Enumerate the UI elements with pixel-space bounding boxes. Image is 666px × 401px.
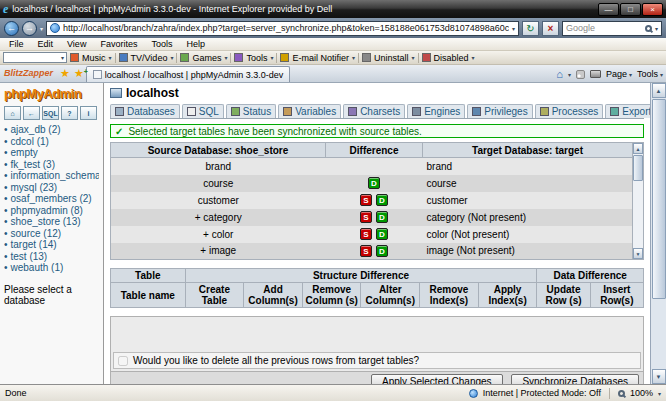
menu-favorites[interactable]: Favorites <box>93 39 144 49</box>
page-menu[interactable]: Page ▾ <box>606 69 632 79</box>
menu-help[interactable]: Help <box>179 39 212 49</box>
toolbar-item-games[interactable]: Games▾ <box>180 53 227 63</box>
db-item-mysql-23[interactable]: •mysql (23) <box>4 182 99 194</box>
add-favorite-button[interactable]: ★ + <box>74 68 84 79</box>
db-item-shoe-store-13[interactable]: •shoe_store (13) <box>4 216 99 228</box>
db-item-empty[interactable]: •empty <box>4 147 99 159</box>
data-diff-badge[interactable]: D <box>368 177 380 189</box>
search-icon[interactable] <box>645 25 652 32</box>
toolbar-item-music[interactable]: Music▾ <box>70 53 112 63</box>
structure-diff-badge[interactable]: S <box>360 228 372 240</box>
pma-docs-icon[interactable]: ? <box>61 106 78 120</box>
db-item-phpmyadmin-8[interactable]: •phpmyadmin (8) <box>4 205 99 217</box>
search-box[interactable]: Google ▾ <box>562 21 662 36</box>
col-header-remove-column-s: Remove Column (s) <box>302 283 361 308</box>
scroll-down-icon[interactable]: ▼ <box>633 248 643 259</box>
home-dropdown-icon[interactable]: ▾ <box>568 71 571 78</box>
db-item-fk-test-3[interactable]: •fk_test (3) <box>4 159 99 171</box>
home-icon[interactable]: ⌂ <box>4 106 21 120</box>
dropdown-icon: ▾ <box>270 54 273 61</box>
url-dropdown-icon[interactable]: ▾ <box>512 25 515 32</box>
page-scroll-up-icon[interactable]: ▲ <box>652 83 666 98</box>
toolbar-separator <box>358 53 359 63</box>
query-window-icon[interactable]: SQL <box>42 106 59 120</box>
db-item-source-12[interactable]: •source (12) <box>4 228 99 240</box>
db-item-information-schema-28[interactable]: •information_schema (28) <box>4 170 99 182</box>
data-diff-badge[interactable]: D <box>376 245 388 257</box>
database-list: •ajax_db (2)•cdcol (1)•empty•fk_test (3)… <box>4 124 99 274</box>
db-name: target (14) <box>11 239 57 250</box>
tab-databases[interactable]: Databases <box>110 104 180 118</box>
bullet-icon: • <box>4 239 8 250</box>
db-item-webauth-1[interactable]: •webauth (1) <box>4 262 99 274</box>
group-header-data-difference: Data Difference <box>537 269 644 283</box>
forward-button[interactable]: → <box>22 21 37 36</box>
minimize-button[interactable]: — <box>598 3 619 16</box>
zoom-dropdown-icon[interactable]: ▾ <box>658 390 661 397</box>
data-diff-badge[interactable]: D <box>376 228 388 240</box>
apply-selected-changes-button[interactable]: Apply Selected Changes <box>371 374 503 384</box>
browser-tab[interactable]: localhost / localhost | phpMyAdmin 3.3.0… <box>86 66 290 82</box>
tools-menu[interactable]: Tools ▾ <box>637 69 663 79</box>
tab-export[interactable]: Export <box>605 104 650 118</box>
stop-button[interactable]: × <box>542 21 559 36</box>
print-button[interactable] <box>590 70 601 78</box>
history-dropdown-icon[interactable]: ▾ <box>40 25 43 32</box>
structure-diff-badge[interactable]: S <box>360 245 372 257</box>
toolbar-separator <box>418 53 419 63</box>
mysql-docs-icon[interactable]: i <box>80 106 97 120</box>
delete-rows-checkbox[interactable] <box>118 356 128 366</box>
menu-file[interactable]: File <box>2 39 31 49</box>
toolbar-item-tv-video[interactable]: TV/Video▾ <box>119 53 174 63</box>
refresh-button[interactable]: ↻ <box>522 21 539 36</box>
feeds-button[interactable] <box>576 70 585 79</box>
db-name: phpmyadmin (8) <box>11 205 83 216</box>
search-dropdown-icon[interactable]: ▾ <box>655 25 658 32</box>
tab-charsets[interactable]: Charsets <box>343 104 405 118</box>
sync-table-scrollbar[interactable]: ▲ ▼ <box>633 142 644 260</box>
toolbar-item-e-mail-notifier[interactable]: E-mail Notifier▾ <box>280 53 355 63</box>
pma-left-frame: phpMyAdmin ⌂ ← SQL ? i •ajax_db (2)•cdco… <box>0 83 104 384</box>
db-item-target-14[interactable]: •target (14) <box>4 239 99 251</box>
db-item-osaf-members-2[interactable]: •osaf_members (2) <box>4 193 99 205</box>
menu-edit[interactable]: Edit <box>31 39 61 49</box>
tv-video-icon <box>119 53 128 62</box>
tab-variables[interactable]: Variables <box>278 104 341 118</box>
synchronize-databases-button[interactable]: Synchronize Databases <box>511 374 639 384</box>
home-button[interactable]: ⌂ <box>556 69 563 79</box>
tab-sql[interactable]: SQL <box>182 104 224 118</box>
toolbar-item-uninstall[interactable]: Uninstall▾ <box>362 53 415 63</box>
favorites-center-button[interactable]: ★ <box>60 68 70 79</box>
tab-processes[interactable]: Processes <box>535 104 604 118</box>
back-button[interactable]: ← <box>4 21 19 36</box>
close-button[interactable]: × <box>642 3 663 16</box>
dropdown-icon: ▾ <box>472 54 475 61</box>
page-scrollbar[interactable]: ▲ ▼ <box>650 83 666 384</box>
maximize-button[interactable]: □ <box>620 3 641 16</box>
toolbar-item-disabled[interactable]: Disabled▾ <box>422 53 475 63</box>
zoom-level[interactable]: 100% <box>630 388 653 398</box>
db-item-ajax-db-2[interactable]: •ajax_db (2) <box>4 124 99 136</box>
pma-logo[interactable]: phpMyAdmin <box>4 86 99 101</box>
data-diff-badge[interactable]: D <box>376 194 388 206</box>
sync-scroll-thumb[interactable] <box>633 155 643 181</box>
toolbar-search-box[interactable]: ▾ <box>3 52 67 63</box>
menu-tools[interactable]: Tools <box>144 39 179 49</box>
url-field[interactable]: http://localhost/branch/zahra/index.php?… <box>46 21 519 36</box>
scroll-up-icon[interactable]: ▲ <box>633 143 643 154</box>
menu-view[interactable]: View <box>60 39 93 49</box>
logout-icon[interactable]: ← <box>23 106 40 120</box>
db-item-cdcol-1[interactable]: •cdcol (1) <box>4 136 99 148</box>
db-item-test-13[interactable]: •test (13) <box>4 251 99 263</box>
tab-privileges[interactable]: Privileges <box>467 104 532 118</box>
tab-engines[interactable]: Engines <box>407 104 465 118</box>
tab-status[interactable]: Status <box>226 104 276 118</box>
status-icon <box>231 107 240 116</box>
data-diff-badge[interactable]: D <box>376 211 388 223</box>
col-header-create-table: Create Table <box>185 283 244 308</box>
page-scroll-down-icon[interactable]: ▼ <box>652 369 666 384</box>
structure-diff-badge[interactable]: S <box>360 194 372 206</box>
structure-diff-badge[interactable]: S <box>360 211 372 223</box>
toolbar-item-tools[interactable]: Tools▾ <box>234 53 273 63</box>
page-scroll-thumb[interactable] <box>652 99 666 299</box>
